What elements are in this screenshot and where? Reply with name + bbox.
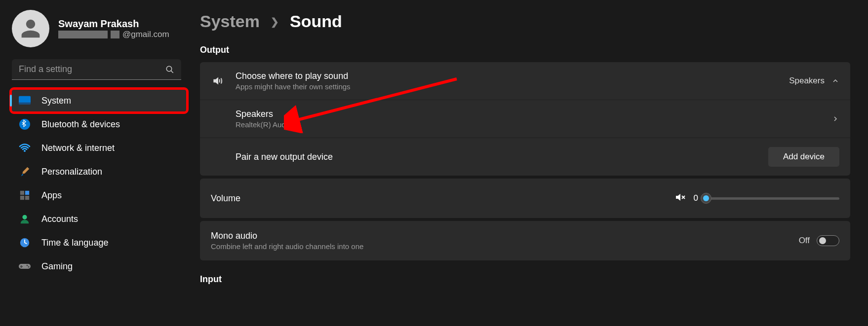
- volume-value: 0: [694, 193, 698, 203]
- svg-rect-9: [25, 196, 29, 200]
- email-suffix: @gmail.com: [122, 30, 169, 39]
- sidebar-item-label: Accounts: [41, 214, 78, 224]
- profile-email: @gmail.com: [58, 30, 169, 39]
- search-icon: [165, 65, 174, 74]
- breadcrumb: System ❯ Sound: [200, 12, 850, 31]
- svg-point-14: [28, 266, 30, 268]
- volume-row: Volume 0: [200, 179, 850, 218]
- sidebar-item-personalization[interactable]: Personalization: [12, 161, 186, 182]
- sidebar-item-label: Apps: [41, 190, 62, 201]
- apps-icon: [19, 189, 31, 201]
- output-device-row[interactable]: Speakers Realtek(R) Audio: [200, 100, 850, 138]
- volume-slider[interactable]: [706, 197, 839, 200]
- sidebar-item-time-language[interactable]: Time & language: [12, 232, 186, 254]
- profile-text: Swayam Prakash @gmail.com: [58, 18, 169, 39]
- row-end: Speakers: [789, 76, 839, 86]
- row-end: Add device: [768, 147, 839, 167]
- sidebar-item-bluetooth[interactable]: Bluetooth & devices: [12, 113, 186, 135]
- redacted-mask: [111, 31, 119, 38]
- redacted-mask: [58, 31, 108, 38]
- svg-line-1: [171, 71, 173, 73]
- sidebar: Swayam Prakash @gmail.com System Bluetoo…: [0, 0, 200, 326]
- mute-icon[interactable]: [674, 191, 686, 205]
- row-title: Mono audio: [211, 231, 788, 241]
- row-body: Mono audio Combine left and right audio …: [211, 231, 788, 251]
- mono-toggle[interactable]: [817, 235, 839, 246]
- sidebar-item-network[interactable]: Network & internet: [12, 137, 186, 159]
- row-sub: Apps might have their own settings: [236, 82, 778, 91]
- row-title: Speakers: [236, 109, 821, 119]
- sidebar-item-label: Bluetooth & devices: [41, 119, 120, 130]
- avatar: [12, 10, 49, 47]
- svg-rect-3: [19, 103, 31, 105]
- row-end: [831, 115, 839, 123]
- breadcrumb-current: Sound: [290, 12, 342, 31]
- speaker-icon: [211, 74, 225, 87]
- profile-name: Swayam Prakash: [58, 18, 169, 30]
- row-end: Off: [799, 235, 839, 246]
- sidebar-item-system[interactable]: System: [12, 90, 186, 111]
- sidebar-item-label: Network & internet: [41, 143, 115, 153]
- output-value: Speakers: [789, 76, 825, 86]
- svg-point-0: [166, 66, 172, 72]
- svg-rect-8: [20, 196, 24, 200]
- bluetooth-icon: [19, 118, 31, 130]
- volume-card: Volume 0: [200, 179, 850, 218]
- breadcrumb-parent[interactable]: System: [200, 12, 260, 31]
- chevron-right-icon: [831, 115, 839, 123]
- pair-output-row: Pair a new output device Add device: [200, 138, 850, 176]
- toggle-state: Off: [799, 236, 810, 246]
- row-body: Choose where to play sound Apps might ha…: [236, 71, 778, 91]
- sidebar-item-gaming[interactable]: Gaming: [12, 255, 186, 277]
- row-body: Pair a new output device: [236, 152, 757, 162]
- svg-rect-7: [25, 191, 29, 195]
- chevron-up-icon: [831, 77, 839, 85]
- svg-point-13: [27, 265, 28, 266]
- clock-globe-icon: [19, 237, 31, 249]
- row-title: Choose where to play sound: [236, 71, 778, 81]
- nav-list: System Bluetooth & devices Network & int…: [12, 90, 200, 277]
- search-input[interactable]: [12, 59, 181, 80]
- slider-thumb[interactable]: [701, 193, 711, 204]
- row-body: Speakers Realtek(R) Audio: [236, 109, 821, 129]
- sidebar-item-label: System: [41, 96, 71, 106]
- gamepad-icon: [19, 260, 31, 272]
- choose-output-row[interactable]: Choose where to play sound Apps might ha…: [200, 62, 850, 100]
- volume-controls: 0: [674, 191, 839, 205]
- chevron-right-icon: ❯: [271, 16, 279, 28]
- main-content: System ❯ Sound Output Choose where to pl…: [200, 0, 868, 326]
- section-title-output: Output: [200, 45, 850, 55]
- wifi-icon: [19, 142, 31, 154]
- sidebar-item-apps[interactable]: Apps: [12, 184, 186, 206]
- sidebar-item-label: Gaming: [41, 261, 73, 272]
- mono-audio-row[interactable]: Mono audio Combine left and right audio …: [200, 221, 850, 260]
- svg-point-10: [22, 215, 27, 219]
- row-title: Pair a new output device: [236, 152, 757, 162]
- person-icon: [20, 18, 41, 39]
- sidebar-item-label: Personalization: [41, 167, 102, 177]
- add-device-button[interactable]: Add device: [768, 147, 839, 167]
- accounts-icon: [19, 213, 31, 225]
- output-card: Choose where to play sound Apps might ha…: [200, 62, 850, 176]
- sidebar-item-accounts[interactable]: Accounts: [12, 208, 186, 230]
- paintbrush-icon: [19, 166, 31, 178]
- row-sub: Combine left and right audio channels in…: [211, 242, 788, 251]
- svg-rect-6: [20, 191, 24, 195]
- section-title-input: Input: [200, 274, 850, 285]
- profile-block[interactable]: Swayam Prakash @gmail.com: [12, 10, 200, 47]
- volume-label: Volume: [211, 193, 240, 204]
- svg-point-5: [24, 150, 26, 152]
- sidebar-item-label: Time & language: [41, 238, 108, 248]
- display-icon: [19, 95, 31, 107]
- row-sub: Realtek(R) Audio: [236, 120, 821, 129]
- search-wrap: [12, 59, 181, 80]
- mono-audio-card: Mono audio Combine left and right audio …: [200, 221, 850, 260]
